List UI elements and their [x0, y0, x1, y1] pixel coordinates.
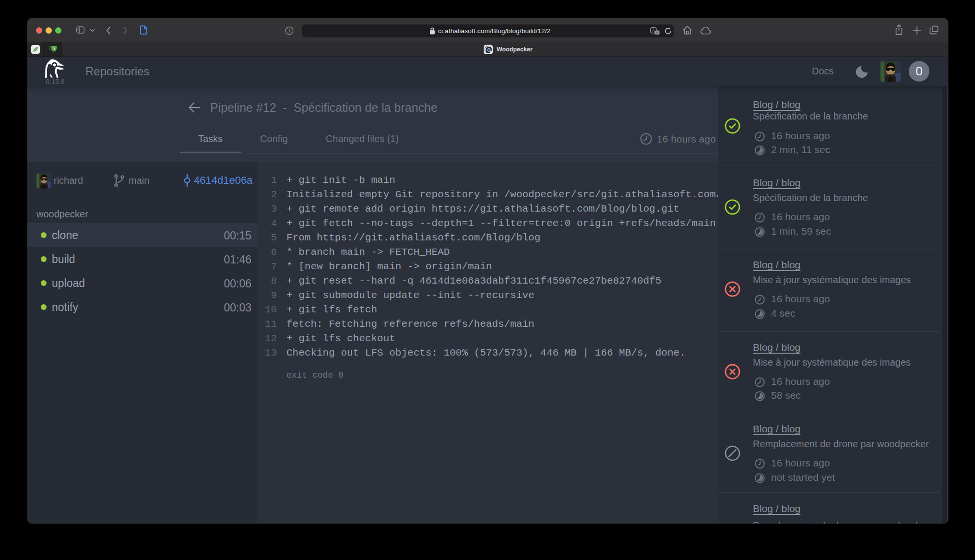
svg-text:A: A: [652, 28, 655, 33]
svg-text:文: 文: [655, 31, 659, 35]
svg-text:i: i: [289, 28, 290, 34]
